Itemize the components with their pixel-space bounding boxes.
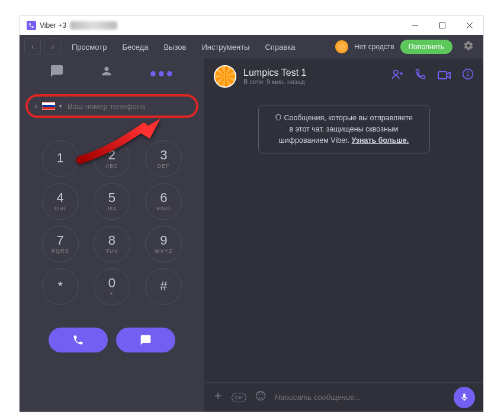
contact-name: Lumpics Test 1 <box>243 68 384 78</box>
key-7[interactable]: 7PQRS <box>42 226 79 262</box>
tab-contacts-icon[interactable] <box>100 65 113 81</box>
contact-avatar[interactable] <box>214 65 236 88</box>
voice-call-icon[interactable] <box>415 68 426 85</box>
dialer-keypad: 1 2ABC 3DEF 4GHI 5JKL 6MNO 7PQRS 8TUV 9W… <box>20 123 204 317</box>
message-button[interactable] <box>116 328 175 352</box>
close-button[interactable] <box>456 16 483 35</box>
encryption-notice: Сообщения, которые вы отправляете в этот… <box>258 105 430 153</box>
tab-chats-icon[interactable] <box>50 64 64 82</box>
key-0[interactable]: 0+ <box>94 268 130 305</box>
add-contact-icon[interactable] <box>391 68 404 85</box>
nav-back-button[interactable]: ‹ <box>24 39 41 55</box>
key-hash[interactable]: # <box>145 268 182 305</box>
coin-icon <box>335 40 348 53</box>
key-4[interactable]: 4GHI <box>42 183 79 220</box>
learn-more-link[interactable]: Узнать больше. <box>352 136 409 145</box>
key-5[interactable]: 5JKL <box>94 183 130 220</box>
settings-icon[interactable] <box>458 40 479 53</box>
menu-chat[interactable]: Беседа <box>115 39 155 55</box>
svg-rect-7 <box>438 72 447 79</box>
viber-app-icon <box>27 21 36 30</box>
key-6[interactable]: 6MNO <box>145 183 182 220</box>
info-icon[interactable] <box>462 68 474 85</box>
menu-call[interactable]: Вызов <box>156 39 193 55</box>
phone-number-input[interactable] <box>68 102 189 111</box>
key-8[interactable]: 8TUV <box>94 226 130 262</box>
attach-icon[interactable] <box>213 390 223 404</box>
svg-point-14 <box>259 395 259 395</box>
country-flag-russia-icon[interactable] <box>42 102 55 110</box>
menu-tools[interactable]: Инструменты <box>194 39 256 55</box>
minimize-button[interactable] <box>402 16 429 35</box>
voice-message-button[interactable] <box>454 387 475 408</box>
window-title: Viber +3 <box>40 21 66 30</box>
message-input[interactable] <box>275 393 445 402</box>
video-call-icon[interactable] <box>437 68 451 85</box>
maximize-button[interactable] <box>429 16 456 35</box>
chat-panel: Lumpics Test 1 В сети: 9 мин. назад <box>204 59 483 412</box>
message-composer: GIF <box>204 382 483 412</box>
svg-point-15 <box>262 395 263 395</box>
balance-label: Нет средств <box>354 43 394 51</box>
nav-forward-button[interactable]: › <box>44 39 61 55</box>
key-9[interactable]: 9WXYZ <box>145 226 182 262</box>
svg-point-13 <box>256 392 265 400</box>
topup-button[interactable]: Пополнить <box>400 40 452 54</box>
key-2[interactable]: 2ABC <box>94 140 130 177</box>
window-titlebar: Viber +3 <box>20 16 483 35</box>
key-star[interactable]: * <box>42 268 79 305</box>
menubar: ‹ › Просмотр Беседа Вызов Инструменты Сп… <box>20 35 483 59</box>
shield-icon <box>275 114 282 121</box>
phone-input-container: ‹ ▼ <box>25 94 198 118</box>
key-1[interactable]: 1 <box>42 140 79 177</box>
menu-help[interactable]: Справка <box>258 39 302 55</box>
svg-point-10 <box>468 71 468 72</box>
contact-status: В сети: 9 мин. назад <box>243 78 384 85</box>
key-3[interactable]: 3DEF <box>145 140 182 177</box>
call-button[interactable] <box>49 328 108 352</box>
blurred-number <box>70 21 117 30</box>
phone-back-icon[interactable]: ‹ <box>35 102 37 110</box>
tab-more-icon[interactable]: ●●● <box>149 66 174 80</box>
svg-rect-1 <box>440 23 445 28</box>
svg-point-4 <box>394 70 398 74</box>
menu-view[interactable]: Просмотр <box>65 39 114 55</box>
flag-dropdown-icon[interactable]: ▼ <box>58 104 63 109</box>
dialer-sidebar: ●●● ‹ ▼ 1 2ABC 3DEF 4GHI 5JKL 6MNO <box>20 59 204 412</box>
sticker-icon[interactable] <box>255 390 267 405</box>
gif-icon[interactable]: GIF <box>232 393 246 402</box>
